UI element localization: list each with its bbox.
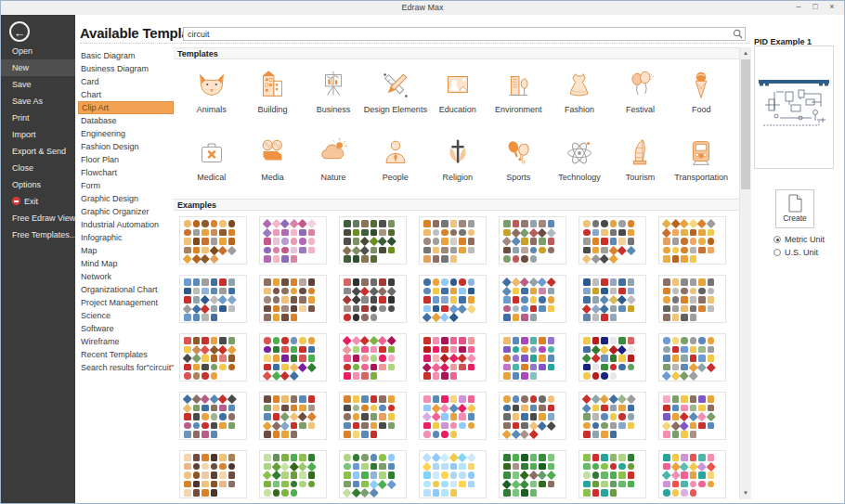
example-thumbnail-animals-gray[interactable] [419, 216, 487, 265]
example-thumbnail-vehicles[interactable] [578, 392, 646, 440]
example-thumbnail-people-brown[interactable] [259, 275, 327, 323]
template-item-fashion[interactable]: Fashion [549, 64, 610, 132]
category-item-basic-diagram[interactable]: Basic Diagram [78, 49, 174, 62]
panel-scrollbar[interactable]: ▲ ▼ [739, 47, 751, 499]
example-thumbnail-food-drink[interactable] [179, 333, 247, 381]
example-thumbnail-buildings-market[interactable] [499, 216, 566, 265]
example-thumbnail-people-standing[interactable] [499, 392, 566, 440]
category-item-form[interactable]: Form [78, 179, 174, 192]
example-thumbnail-avatars[interactable] [179, 450, 247, 498]
sidebar-item-export-send[interactable]: Export & Send [1, 143, 75, 160]
template-item-technology[interactable]: Technology [549, 132, 610, 200]
template-item-medical[interactable]: Medical [181, 132, 242, 200]
template-item-people[interactable]: People [364, 132, 427, 200]
category-item-chart[interactable]: Chart [78, 88, 174, 101]
radio-unselected-icon[interactable] [774, 249, 781, 256]
example-thumbnail-color-buttons[interactable] [259, 333, 327, 381]
category-item-mind-map[interactable]: Mind Map [78, 257, 174, 270]
maximize-button[interactable]: □ [807, 1, 824, 15]
search-input[interactable] [184, 28, 732, 40]
template-item-animals[interactable]: Animals [181, 64, 242, 132]
example-thumbnail-people-active[interactable] [179, 392, 247, 440]
example-thumbnail-animals-dark[interactable] [339, 216, 407, 265]
template-item-tourism[interactable]: Tourism [610, 132, 671, 200]
category-item-engineering[interactable]: Engineering [78, 127, 174, 140]
example-thumbnail-flowers[interactable] [658, 450, 726, 498]
unit-option-metric-unit[interactable]: Metric Unit [774, 235, 825, 244]
category-item-graphic-organizer[interactable]: Graphic Organizer [78, 205, 174, 218]
sidebar-item-save[interactable]: Save [1, 76, 75, 93]
example-thumbnail-school[interactable] [339, 392, 407, 440]
category-item-network[interactable]: Network [78, 270, 174, 283]
example-thumbnail-cosmetics-pink[interactable] [419, 392, 487, 440]
template-item-education[interactable]: Education [427, 64, 488, 132]
sidebar-item-new[interactable]: New [1, 59, 75, 76]
sidebar-item-save-as[interactable]: Save As [1, 93, 75, 110]
sidebar-item-open[interactable]: Open [1, 43, 75, 59]
category-item-map[interactable]: Map [78, 244, 174, 257]
minimize-button[interactable]: – [790, 1, 807, 15]
example-thumbnail-animals-warm[interactable] [179, 216, 247, 265]
category-item-organizational-chart[interactable]: Organizational Chart [78, 283, 174, 296]
scroll-down-icon[interactable]: ▼ [740, 487, 751, 499]
close-button[interactable]: × [824, 1, 840, 15]
example-thumbnail-people-dark[interactable] [339, 275, 407, 323]
template-item-media[interactable]: Media [242, 132, 304, 200]
category-item-floor-plan[interactable]: Floor Plan [78, 153, 174, 166]
scroll-up-icon[interactable]: ▲ [740, 47, 751, 59]
example-thumbnail-kids-playing[interactable] [658, 392, 726, 440]
template-item-festival[interactable]: Festival [610, 64, 671, 132]
example-thumbnail-leaves[interactable] [578, 450, 646, 498]
category-item-project-management[interactable]: Project Management [78, 296, 174, 309]
create-button[interactable]: Create [775, 189, 814, 228]
search-icon[interactable] [733, 29, 743, 39]
category-item-card[interactable]: Card [78, 75, 174, 88]
template-item-nature[interactable]: Nature [303, 132, 364, 200]
example-thumbnail-gadgets[interactable] [658, 333, 726, 381]
example-thumbnail-office-items[interactable] [578, 275, 646, 323]
category-item-search-results-for-circuit[interactable]: Search results for"circuit" [78, 361, 174, 374]
template-item-environment[interactable]: Environment [488, 64, 550, 132]
sidebar-item-close[interactable]: Close [1, 160, 75, 176]
category-item-software[interactable]: Software [78, 322, 174, 335]
unit-option-u-s-unit[interactable]: U.S. Unit [774, 248, 818, 257]
example-thumbnail-weather[interactable] [419, 450, 487, 498]
sidebar-item-import[interactable]: Import [1, 126, 75, 143]
example-thumbnail-business-gold[interactable] [658, 216, 726, 265]
category-item-science[interactable]: Science [78, 309, 174, 322]
category-item-wireframe[interactable]: Wireframe [78, 335, 174, 348]
example-thumbnail-sea-creatures[interactable] [499, 333, 566, 381]
category-item-fashion-design[interactable]: Fashion Design [78, 140, 174, 153]
category-item-database[interactable]: Database [78, 114, 174, 127]
example-thumbnail-trees[interactable] [499, 450, 566, 498]
example-thumbnail-animals-pink[interactable] [259, 216, 327, 265]
sidebar-item-free-templates[interactable]: Free Templates... [1, 226, 75, 243]
template-item-business[interactable]: Business [303, 64, 364, 132]
template-item-sports[interactable]: Sports [488, 132, 550, 200]
sidebar-item-print[interactable]: Print [1, 110, 75, 126]
category-item-infographic[interactable]: Infographic [78, 231, 174, 244]
category-item-industrial-automation[interactable]: Industrial Automation [78, 218, 174, 231]
category-item-clip-art[interactable]: Clip Art [78, 101, 174, 114]
example-thumbnail-shopping[interactable] [499, 275, 566, 323]
example-thumbnail-electronics-blue[interactable] [419, 275, 487, 323]
example-thumbnail-ribbons-bows[interactable] [419, 333, 487, 381]
example-thumbnail-desk-misc[interactable] [658, 275, 726, 323]
template-item-transportation[interactable]: Transportation [670, 132, 732, 200]
sidebar-item-free-edraw-viewer[interactable]: Free Edraw Viewer [1, 210, 75, 226]
sidebar-item-exit[interactable]: Exit [1, 193, 75, 210]
template-item-design-elements[interactable]: Design Elements [364, 64, 427, 132]
scrollbar-thumb[interactable] [741, 59, 750, 189]
category-item-graphic-design[interactable]: Graphic Design [78, 192, 174, 205]
sidebar-item-options[interactable]: Options [1, 176, 75, 193]
back-arrow-button[interactable]: ← [9, 21, 30, 42]
template-item-building[interactable]: Building [242, 64, 304, 132]
example-thumbnail-flags[interactable] [578, 333, 646, 381]
example-thumbnail-family[interactable] [259, 392, 327, 440]
example-thumbnail-business-orange[interactable] [578, 216, 646, 265]
example-thumbnail-hearts[interactable] [339, 333, 407, 381]
example-thumbnail-landscapes[interactable] [339, 450, 407, 498]
template-item-food[interactable]: Food [670, 64, 732, 132]
example-thumbnail-eco-green[interactable] [259, 450, 327, 498]
category-item-recent-templates[interactable]: Recent Templates [78, 348, 174, 361]
